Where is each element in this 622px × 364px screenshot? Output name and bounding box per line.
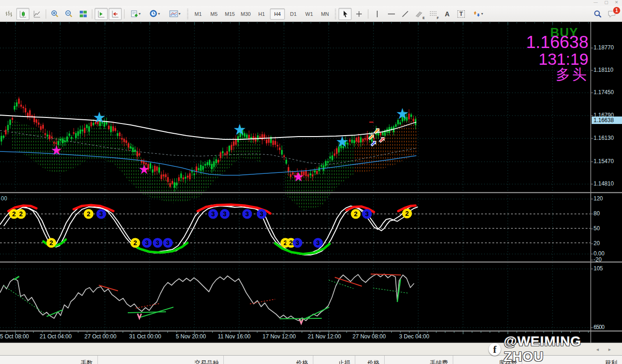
svg-text:3: 3: [296, 239, 299, 247]
svg-text:3: 3: [223, 210, 227, 218]
svg-text:3: 3: [166, 239, 170, 247]
svg-text:⬈: ⬈: [373, 126, 380, 135]
svg-text:3: 3: [245, 210, 249, 218]
equidistant-channel-tool[interactable]: E: [413, 8, 426, 20]
time-axis-label: 21 Nov 12:00: [308, 333, 341, 340]
notification-badge: 1: [613, 7, 621, 14]
svg-text:2: 2: [87, 210, 90, 218]
zoom-out-button[interactable]: [62, 8, 76, 20]
svg-text:2: 2: [405, 210, 409, 217]
vertical-line-tool[interactable]: [371, 8, 384, 20]
timeframe-mn[interactable]: MN: [318, 8, 332, 20]
price-scale-label: 1.18110: [594, 67, 614, 73]
minimize-icon[interactable]: —: [594, 0, 598, 5]
text-tool-letter: A: [445, 10, 449, 18]
osc-scale-label: 20: [594, 240, 600, 247]
signal-price: 1.16638: [526, 34, 588, 51]
search-icon[interactable]: [591, 8, 604, 20]
timeframe-h1[interactable]: H1: [254, 8, 269, 20]
tile-windows-button[interactable]: [76, 8, 90, 20]
signal-countdown: 131:19: [526, 51, 588, 67]
svg-text:3: 3: [156, 239, 159, 247]
time-axis-label: 27 Nov 08:00: [352, 333, 386, 340]
line-chart-button[interactable]: [30, 8, 43, 20]
auto-scroll-button[interactable]: [95, 8, 108, 20]
osc-scale-label: 50: [594, 225, 600, 232]
terminal-col-symbol[interactable]: 交易品种: [98, 356, 224, 364]
timeframe-m1[interactable]: M1: [191, 8, 206, 20]
osc-scale-label: 80: [594, 210, 600, 217]
svg-text:★: ★: [336, 133, 349, 150]
chevron-down-icon: ▾: [481, 12, 483, 16]
terminal-col-sl[interactable]: 止损: [313, 356, 355, 364]
crosshair-tool-button[interactable]: [352, 8, 366, 20]
terminal-col-price2[interactable]: 价格: [355, 356, 385, 364]
window-titlebar: — ▢ ✕: [0, 0, 622, 6]
notifications-button[interactable]: 1: [605, 8, 618, 20]
current-price-tag: 1.16638: [592, 117, 622, 124]
svg-text:2: 2: [289, 239, 293, 247]
svg-text:2: 2: [12, 210, 16, 218]
terminal-col-commission[interactable]: 手续费: [385, 356, 453, 364]
time-axis-label: 21 Oct 04:00: [40, 333, 72, 340]
facebook-icon: f: [489, 343, 501, 356]
timeframe-m15[interactable]: M15: [222, 8, 237, 20]
channel-letter: E: [422, 16, 425, 20]
chevron-down-icon: ▾: [138, 12, 140, 16]
svg-text:⬈: ⬈: [370, 139, 377, 148]
timeframe-m30[interactable]: M30: [238, 8, 253, 20]
price-scale-label: 1.18770: [594, 44, 614, 51]
chart-shift-button[interactable]: [109, 8, 122, 20]
timeframe-m5[interactable]: M5: [207, 8, 221, 20]
chevron-down-icon: ▾: [158, 12, 160, 16]
arrows-tool-button[interactable]: ▾: [469, 8, 487, 20]
candlestick-chart-button[interactable]: [16, 8, 29, 20]
mt4-window: — ▢ ✕: [0, 0, 622, 364]
osc-scale-label: 105: [594, 265, 603, 272]
zoom-in-button[interactable]: [48, 8, 62, 20]
chevron-down-icon: ▾: [179, 12, 180, 16]
svg-text:★: ★: [93, 109, 106, 126]
trendline-tool[interactable]: [399, 8, 412, 20]
new-chart-button[interactable]: ▾: [127, 8, 145, 20]
watermark-text: @WEIMING ZHOU: [504, 334, 622, 364]
text-tool[interactable]: A: [441, 8, 454, 20]
chart-area[interactable]: ★★★★★★★⬈⬈⬈⬈22222222233333333333 BUY 1.16…: [0, 22, 622, 343]
osc-scale-label: 120: [594, 195, 603, 202]
fibo-letter: F: [437, 16, 439, 20]
terminal-col-price[interactable]: 价格: [224, 356, 313, 364]
time-axis-label: 31 Oct 00:00: [129, 333, 161, 340]
close-icon[interactable]: ✕: [615, 0, 618, 5]
cursor-tool-button[interactable]: [339, 8, 352, 20]
watermark: f @WEIMING ZHOU: [489, 334, 622, 364]
svg-text:3: 3: [211, 210, 215, 218]
text-label-tool[interactable]: T: [455, 8, 468, 20]
price-scale-label: 1.17450: [594, 89, 614, 96]
partial-time-label: 00: [1, 195, 7, 202]
svg-text:★: ★: [233, 121, 247, 138]
svg-text:2: 2: [354, 210, 358, 218]
time-axis-label: 17 Nov 12:00: [263, 333, 296, 340]
timeframe-d1[interactable]: D1: [286, 8, 301, 20]
timeframe-h4[interactable]: H4: [270, 8, 285, 20]
svg-text:⬈: ⬈: [379, 135, 385, 144]
time-axis-label: 3 Dec 04:00: [399, 333, 429, 340]
svg-text:3: 3: [260, 210, 263, 218]
osc-scale-label: 6500: [594, 324, 604, 330]
restore-icon[interactable]: ▢: [604, 0, 608, 5]
periods-button[interactable]: ▾: [145, 8, 164, 20]
svg-text:★: ★: [138, 162, 150, 177]
horizontal-line-tool[interactable]: [385, 8, 398, 20]
text-label-letter: T: [457, 10, 464, 18]
timeframe-w1[interactable]: W1: [302, 8, 317, 20]
osc-scale-label: 0.00: [594, 250, 604, 257]
terminal-col-lots[interactable]: 手数: [0, 356, 98, 364]
price-scale-label: 1.15470: [594, 158, 614, 165]
fibonacci-tool[interactable]: F: [427, 8, 440, 20]
time-axis-label: 5 Nov 20:00: [176, 333, 206, 340]
osc-scale-label: -20: [594, 256, 601, 263]
templates-button[interactable]: ▾: [165, 8, 185, 20]
bar-chart-button[interactable]: [2, 8, 15, 20]
svg-text:★: ★: [50, 143, 62, 158]
signal-overlay: BUY 1.16638 131:19 多头: [526, 27, 588, 82]
